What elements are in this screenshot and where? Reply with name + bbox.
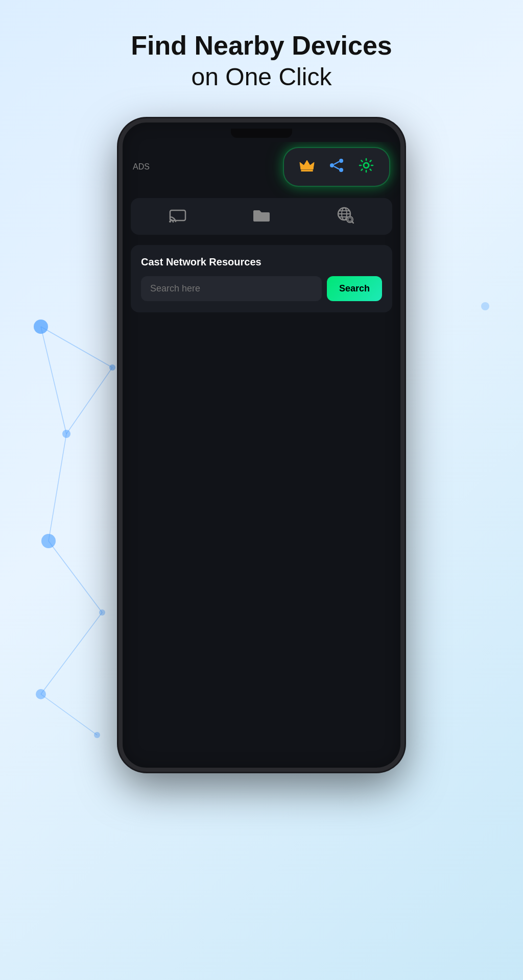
page-header: Find Nearby Devices on One Click: [110, 0, 413, 108]
svg-point-17: [339, 168, 343, 172]
svg-point-7: [481, 302, 489, 310]
search-input-wrap[interactable]: [141, 276, 322, 301]
search-input[interactable]: [150, 283, 313, 294]
svg-point-5: [36, 689, 46, 699]
phone-frame: ADS: [118, 118, 405, 772]
app-content: ADS: [123, 142, 400, 768]
svg-point-1: [109, 364, 115, 371]
svg-rect-22: [170, 210, 185, 220]
svg-line-30: [352, 222, 353, 223]
tab-cast[interactable]: [162, 205, 193, 228]
svg-point-23: [169, 220, 171, 223]
share-icon: [329, 158, 344, 176]
svg-point-0: [34, 320, 48, 334]
svg-point-18: [330, 163, 334, 167]
tab-browser[interactable]: [330, 205, 361, 228]
tab-files[interactable]: [246, 205, 277, 228]
svg-line-14: [41, 694, 97, 735]
cast-network-card: Cast Network Resources Search: [131, 245, 392, 312]
phone-wrapper: ADS: [118, 118, 405, 772]
ads-label: ADS: [133, 162, 150, 172]
search-button[interactable]: Search: [327, 276, 382, 301]
globe-search-icon: [337, 206, 354, 227]
cast-icon: [169, 207, 186, 226]
app-topbar: ADS: [123, 142, 400, 192]
phone-notch: [231, 129, 292, 138]
svg-point-4: [99, 609, 105, 616]
header-subtitle-line2: on One Click: [192, 63, 332, 90]
svg-point-21: [364, 163, 369, 168]
cast-card-title: Cast Network Resources: [141, 256, 382, 268]
svg-line-20: [334, 166, 339, 169]
folder-icon: [252, 207, 271, 226]
svg-line-13: [41, 612, 102, 694]
svg-point-2: [62, 430, 70, 438]
svg-line-12: [49, 541, 102, 612]
main-content: Cast Network Resources Search: [123, 241, 400, 768]
svg-point-3: [41, 534, 56, 548]
svg-point-6: [94, 732, 100, 738]
settings-button[interactable]: [353, 154, 379, 180]
icon-bar: [283, 147, 390, 187]
svg-line-10: [66, 368, 112, 434]
crown-icon: [299, 158, 315, 176]
header-title: Find Nearby Devices: [131, 31, 392, 61]
search-row: Search: [141, 276, 382, 301]
share-button[interactable]: [324, 154, 349, 180]
crown-button[interactable]: [294, 154, 320, 180]
svg-point-16: [339, 159, 343, 163]
header-title-line1: Find Nearby Devices: [131, 31, 392, 60]
tab-bar: [131, 198, 392, 235]
svg-line-19: [334, 161, 339, 164]
header-subtitle: on One Click: [131, 61, 392, 93]
svg-line-9: [41, 327, 66, 434]
gear-icon: [359, 158, 374, 177]
svg-rect-15: [301, 170, 313, 172]
svg-line-8: [41, 327, 112, 368]
phone-top-bar: [123, 122, 400, 142]
svg-line-11: [49, 434, 66, 541]
